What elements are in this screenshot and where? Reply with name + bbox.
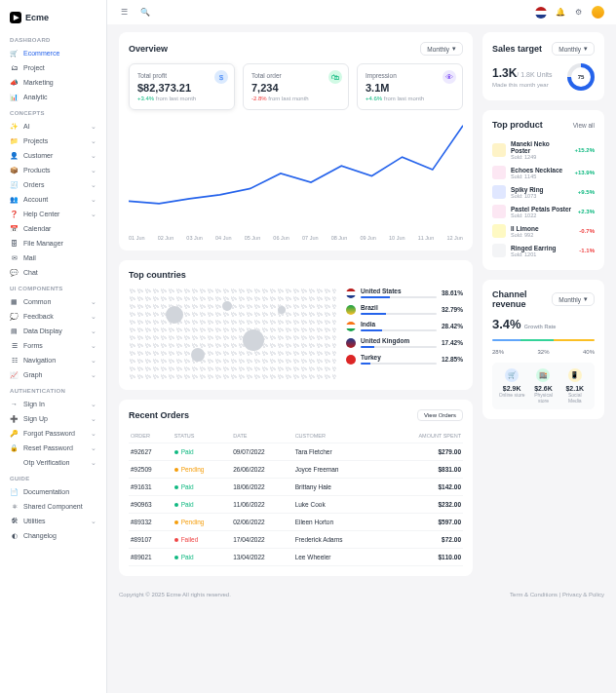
footer-link[interactable]: Privacy & Policy xyxy=(562,592,604,597)
sidebar-item-utilities[interactable]: 🛠Utilities⌄ xyxy=(0,514,106,528)
stat-box[interactable]: 🛍Total order7,234-2.8% from last month xyxy=(243,63,349,110)
sidebar-item-calendar[interactable]: 📅Calendar xyxy=(0,221,106,236)
sidebar-item-documentation[interactable]: 📄Documentation xyxy=(0,484,106,499)
sidebar-item-projects[interactable]: 📁Projects⌄ xyxy=(0,134,106,148)
channel-revenue-period-select[interactable]: Monthly▾ xyxy=(552,292,595,306)
product-row[interactable]: Il LimoneSold: 992-0.7% xyxy=(492,221,595,241)
column-header: CUSTOMER xyxy=(293,429,383,443)
order-date: 26/06/2022 xyxy=(231,461,292,479)
stat-icon: 👁 xyxy=(443,70,456,84)
nav-label: Analytic xyxy=(23,94,48,100)
top-product-title: Top product xyxy=(492,120,543,130)
table-row[interactable]: #89107Failed17/04/2022Frederick Adams$72… xyxy=(129,531,463,549)
sidebar-item-common[interactable]: ▦Common⌄ xyxy=(0,294,106,309)
forgot-password-icon: 🔑 xyxy=(10,429,19,438)
product-row[interactable]: Echoes NecklaceSold: 1145+13.9% xyxy=(492,163,595,182)
sidebar-item-ecommerce[interactable]: 🛒Ecommerce xyxy=(0,46,106,60)
chevron-down-icon: ⌄ xyxy=(91,196,96,204)
sidebar-item-ai[interactable]: ✨AI⌄ xyxy=(0,119,106,134)
country-name: Brazil xyxy=(361,304,437,311)
view-orders-button[interactable]: View Orders xyxy=(417,409,463,421)
settings-icon[interactable]: ⚙ xyxy=(573,7,584,18)
footer-link[interactable]: Term & Conditions xyxy=(510,592,558,597)
product-thumb xyxy=(492,185,506,199)
forms-icon: ☰ xyxy=(10,341,19,350)
table-row[interactable]: #91631Paid18/06/2022Brittany Hale$142.00 xyxy=(129,479,463,496)
section-title: AUTHENTICATION xyxy=(0,382,106,397)
menu-icon[interactable]: ☰ xyxy=(119,7,130,18)
sidebar-item-shared-component[interactable]: ⚛Shared Component xyxy=(0,499,106,514)
column-header: STATUS xyxy=(173,429,232,443)
sidebar-item-products[interactable]: 📦Products⌄ xyxy=(0,163,106,177)
product-name: Echoes Necklace xyxy=(511,167,569,173)
sidebar-item-reset-password[interactable]: 🔒Reset Password⌄ xyxy=(0,441,106,455)
nav-label: Customer xyxy=(23,152,53,159)
sales-target-period-select[interactable]: Monthly▾ xyxy=(552,42,595,56)
notification-icon[interactable]: 🔔 xyxy=(555,7,565,18)
logo[interactable]: ▶ Ecme xyxy=(0,8,106,31)
table-row[interactable]: #92509Pending26/06/2022Joyce Freeman$831… xyxy=(129,461,463,479)
x-label: 10 Jun xyxy=(389,235,405,241)
product-pct: +2.3% xyxy=(578,209,595,214)
country-name: India xyxy=(361,321,437,327)
stat-box[interactable]: 👁Impression3.1M+4.6% from last month xyxy=(357,63,463,110)
stat-box[interactable]: $Total profit$82,373.21+3.4% from last m… xyxy=(129,63,235,110)
product-row[interactable]: Spiky RingSold: 1073+9.5% xyxy=(492,182,595,202)
nav-label: Changelog xyxy=(23,532,57,539)
sidebar-item-account[interactable]: 👥Account⌄ xyxy=(0,192,106,207)
status-badge: Failed xyxy=(174,536,230,543)
sidebar-item-navigation[interactable]: ☷Navigation⌄ xyxy=(0,353,106,367)
sidebar-item-customer[interactable]: 👤Customer⌄ xyxy=(0,148,106,163)
sidebar-item-orders[interactable]: 🧾Orders⌄ xyxy=(0,177,106,192)
recent-orders-title: Recent Orders xyxy=(129,410,189,420)
sidebar-item-feedback[interactable]: 💭Feedback⌄ xyxy=(0,309,106,324)
revenue-box-value: $2.9K xyxy=(498,385,525,392)
sidebar-item-chat[interactable]: 💬Chat xyxy=(0,265,106,280)
product-row[interactable]: Pastel Petals PosterSold: 1022+2.3% xyxy=(492,202,595,221)
chevron-down-icon: ⌄ xyxy=(91,137,96,145)
user-avatar[interactable] xyxy=(592,6,604,19)
sidebar-item-mail[interactable]: ✉Mail xyxy=(0,250,106,265)
search-icon[interactable]: 🔍 xyxy=(139,7,150,18)
language-flag[interactable] xyxy=(535,7,547,19)
x-label: 04 Jun xyxy=(215,235,232,241)
country-pct: 28.42% xyxy=(442,323,463,329)
sidebar-item-help-center[interactable]: ❓Help Center⌄ xyxy=(0,207,106,221)
sidebar-item-graph[interactable]: 📈Graph⌄ xyxy=(0,367,106,382)
sidebar-item-sign-up[interactable]: ➕Sign Up⌄ xyxy=(0,411,106,426)
sidebar-item-marketing[interactable]: 📣Marketing xyxy=(0,75,106,90)
table-row[interactable]: #89021Paid13/04/2022Lee Wheeler$110.00 xyxy=(129,549,463,566)
sidebar-item-otp-verification[interactable]: Otp Verification⌄ xyxy=(0,455,106,470)
stat-label: Total order xyxy=(251,72,340,79)
revenue-box-icon: 📱 xyxy=(568,368,582,382)
chevron-down-icon: ⌄ xyxy=(91,313,96,321)
overview-period-select[interactable]: Monthly▾ xyxy=(420,42,463,56)
sidebar-item-forgot-password[interactable]: 🔑Forgot Password⌄ xyxy=(0,426,106,441)
product-row[interactable]: Ringed EarringSold: 1201-1.1% xyxy=(492,241,595,260)
sidebar-item-changelog[interactable]: ◐Changelog xyxy=(0,528,106,543)
country-row: Brazil32.79% xyxy=(346,304,463,315)
product-name: Maneki Neko Poster xyxy=(511,140,569,154)
table-row[interactable]: #92627Paid09/07/2022Tara Fletcher$279.00 xyxy=(129,443,463,461)
nav-label: Marketing xyxy=(23,79,54,86)
table-row[interactable]: #90963Paid11/06/2022Luke Cook$232.00 xyxy=(129,496,463,514)
graph-icon: 📈 xyxy=(10,370,19,379)
table-row[interactable]: #89332Pending02/06/2022Eileen Horton$597… xyxy=(129,514,463,531)
sidebar-item-forms[interactable]: ☰Forms⌄ xyxy=(0,338,106,353)
view-all-link[interactable]: View all xyxy=(573,122,595,129)
product-name: Il Limone xyxy=(511,225,574,232)
stat-label: Impression xyxy=(366,72,454,79)
revenue-segment xyxy=(492,339,520,341)
sidebar-item-analytic[interactable]: 📊Analytic xyxy=(0,90,106,104)
product-row[interactable]: Maneki Neko PosterSold: 1249+15.2% xyxy=(492,137,595,163)
sidebar-item-sign-in[interactable]: →Sign In⌄ xyxy=(0,397,106,411)
sidebar-item-file-manager[interactable]: 🗄File Manager xyxy=(0,236,106,250)
recent-orders-card: Recent Orders View Orders ORDERSTATUSDAT… xyxy=(119,400,473,576)
navigation-icon: ☷ xyxy=(10,356,19,365)
revenue-box-value: $2.1K xyxy=(561,385,589,392)
sidebar-item-data-display[interactable]: ▤Data Display⌄ xyxy=(0,324,106,338)
chevron-down-icon: ⌄ xyxy=(91,518,96,525)
sidebar-item-project[interactable]: 🗂Project xyxy=(0,60,106,75)
chevron-down-icon: ⌄ xyxy=(91,371,96,379)
product-name: Pastel Petals Poster xyxy=(511,206,573,212)
